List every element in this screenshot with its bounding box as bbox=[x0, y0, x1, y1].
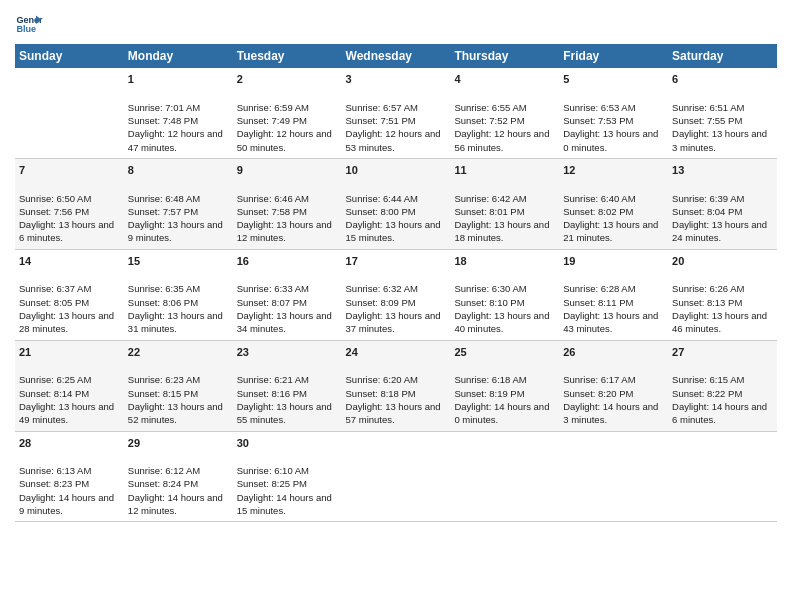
svg-text:Blue: Blue bbox=[16, 24, 36, 34]
weekday-header-thursday: Thursday bbox=[450, 44, 559, 68]
calendar-cell-w3-d6: 27Sunrise: 6:15 AMSunset: 8:22 PMDayligh… bbox=[668, 340, 777, 431]
calendar-cell-w4-d4 bbox=[450, 431, 559, 522]
calendar-cell-w4-d1: 29Sunrise: 6:12 AMSunset: 8:24 PMDayligh… bbox=[124, 431, 233, 522]
calendar-cell-w2-d5: 19Sunrise: 6:28 AMSunset: 8:11 PMDayligh… bbox=[559, 249, 668, 340]
calendar-week-1: 7Sunrise: 6:50 AMSunset: 7:56 PMDaylight… bbox=[15, 158, 777, 249]
day-number: 10 bbox=[346, 163, 447, 178]
calendar-table: SundayMondayTuesdayWednesdayThursdayFrid… bbox=[15, 44, 777, 522]
day-number: 28 bbox=[19, 436, 120, 451]
calendar-cell-w0-d1: 1Sunrise: 7:01 AMSunset: 7:48 PMDaylight… bbox=[124, 68, 233, 158]
calendar-cell-w2-d3: 17Sunrise: 6:32 AMSunset: 8:09 PMDayligh… bbox=[342, 249, 451, 340]
calendar-cell-w1-d6: 13Sunrise: 6:39 AMSunset: 8:04 PMDayligh… bbox=[668, 158, 777, 249]
calendar-cell-w1-d2: 9Sunrise: 6:46 AMSunset: 7:58 PMDaylight… bbox=[233, 158, 342, 249]
day-number: 27 bbox=[672, 345, 773, 360]
calendar-cell-w1-d3: 10Sunrise: 6:44 AMSunset: 8:00 PMDayligh… bbox=[342, 158, 451, 249]
day-number: 4 bbox=[454, 72, 555, 87]
calendar-cell-w2-d1: 15Sunrise: 6:35 AMSunset: 8:06 PMDayligh… bbox=[124, 249, 233, 340]
calendar-cell-w4-d5 bbox=[559, 431, 668, 522]
day-number: 6 bbox=[672, 72, 773, 87]
day-number: 15 bbox=[128, 254, 229, 269]
day-number: 1 bbox=[128, 72, 229, 87]
calendar-cell-w2-d2: 16Sunrise: 6:33 AMSunset: 8:07 PMDayligh… bbox=[233, 249, 342, 340]
day-number: 23 bbox=[237, 345, 338, 360]
day-number: 19 bbox=[563, 254, 664, 269]
calendar-cell-w3-d2: 23Sunrise: 6:21 AMSunset: 8:16 PMDayligh… bbox=[233, 340, 342, 431]
calendar-cell-w0-d2: 2Sunrise: 6:59 AMSunset: 7:49 PMDaylight… bbox=[233, 68, 342, 158]
day-number: 18 bbox=[454, 254, 555, 269]
calendar-cell-w4-d2: 30Sunrise: 6:10 AMSunset: 8:25 PMDayligh… bbox=[233, 431, 342, 522]
day-number: 8 bbox=[128, 163, 229, 178]
day-number: 11 bbox=[454, 163, 555, 178]
day-number: 29 bbox=[128, 436, 229, 451]
calendar-cell-w0-d3: 3Sunrise: 6:57 AMSunset: 7:51 PMDaylight… bbox=[342, 68, 451, 158]
calendar-cell-w2-d6: 20Sunrise: 6:26 AMSunset: 8:13 PMDayligh… bbox=[668, 249, 777, 340]
calendar-cell-w1-d1: 8Sunrise: 6:48 AMSunset: 7:57 PMDaylight… bbox=[124, 158, 233, 249]
weekday-header-saturday: Saturday bbox=[668, 44, 777, 68]
day-number: 2 bbox=[237, 72, 338, 87]
page-container: General Blue SundayMondayTuesdayWednesda… bbox=[0, 0, 792, 532]
calendar-cell-w0-d0 bbox=[15, 68, 124, 158]
header: General Blue bbox=[15, 10, 777, 38]
calendar-cell-w2-d4: 18Sunrise: 6:30 AMSunset: 8:10 PMDayligh… bbox=[450, 249, 559, 340]
calendar-cell-w2-d0: 14Sunrise: 6:37 AMSunset: 8:05 PMDayligh… bbox=[15, 249, 124, 340]
calendar-cell-w1-d0: 7Sunrise: 6:50 AMSunset: 7:56 PMDaylight… bbox=[15, 158, 124, 249]
day-number: 12 bbox=[563, 163, 664, 178]
calendar-cell-w4-d3 bbox=[342, 431, 451, 522]
day-number: 20 bbox=[672, 254, 773, 269]
weekday-header-monday: Monday bbox=[124, 44, 233, 68]
day-number: 21 bbox=[19, 345, 120, 360]
logo-icon: General Blue bbox=[15, 10, 43, 38]
day-number: 3 bbox=[346, 72, 447, 87]
calendar-week-0: 1Sunrise: 7:01 AMSunset: 7:48 PMDaylight… bbox=[15, 68, 777, 158]
day-number: 24 bbox=[346, 345, 447, 360]
day-number: 17 bbox=[346, 254, 447, 269]
logo: General Blue bbox=[15, 10, 43, 38]
day-number: 9 bbox=[237, 163, 338, 178]
calendar-week-4: 28Sunrise: 6:13 AMSunset: 8:23 PMDayligh… bbox=[15, 431, 777, 522]
day-number: 5 bbox=[563, 72, 664, 87]
day-number: 16 bbox=[237, 254, 338, 269]
weekday-header-wednesday: Wednesday bbox=[342, 44, 451, 68]
calendar-cell-w3-d0: 21Sunrise: 6:25 AMSunset: 8:14 PMDayligh… bbox=[15, 340, 124, 431]
day-number: 26 bbox=[563, 345, 664, 360]
calendar-cell-w4-d0: 28Sunrise: 6:13 AMSunset: 8:23 PMDayligh… bbox=[15, 431, 124, 522]
weekday-header-tuesday: Tuesday bbox=[233, 44, 342, 68]
day-number: 22 bbox=[128, 345, 229, 360]
day-number: 25 bbox=[454, 345, 555, 360]
calendar-cell-w1-d4: 11Sunrise: 6:42 AMSunset: 8:01 PMDayligh… bbox=[450, 158, 559, 249]
calendar-cell-w0-d5: 5Sunrise: 6:53 AMSunset: 7:53 PMDaylight… bbox=[559, 68, 668, 158]
weekday-header-sunday: Sunday bbox=[15, 44, 124, 68]
weekday-header-row: SundayMondayTuesdayWednesdayThursdayFrid… bbox=[15, 44, 777, 68]
calendar-cell-w0-d4: 4Sunrise: 6:55 AMSunset: 7:52 PMDaylight… bbox=[450, 68, 559, 158]
day-number: 7 bbox=[19, 163, 120, 178]
calendar-cell-w3-d4: 25Sunrise: 6:18 AMSunset: 8:19 PMDayligh… bbox=[450, 340, 559, 431]
day-number: 13 bbox=[672, 163, 773, 178]
calendar-cell-w1-d5: 12Sunrise: 6:40 AMSunset: 8:02 PMDayligh… bbox=[559, 158, 668, 249]
calendar-cell-w3-d5: 26Sunrise: 6:17 AMSunset: 8:20 PMDayligh… bbox=[559, 340, 668, 431]
day-number: 14 bbox=[19, 254, 120, 269]
calendar-cell-w4-d6 bbox=[668, 431, 777, 522]
calendar-cell-w3-d1: 22Sunrise: 6:23 AMSunset: 8:15 PMDayligh… bbox=[124, 340, 233, 431]
calendar-cell-w3-d3: 24Sunrise: 6:20 AMSunset: 8:18 PMDayligh… bbox=[342, 340, 451, 431]
calendar-week-3: 21Sunrise: 6:25 AMSunset: 8:14 PMDayligh… bbox=[15, 340, 777, 431]
day-number: 30 bbox=[237, 436, 338, 451]
calendar-cell-w0-d6: 6Sunrise: 6:51 AMSunset: 7:55 PMDaylight… bbox=[668, 68, 777, 158]
weekday-header-friday: Friday bbox=[559, 44, 668, 68]
calendar-week-2: 14Sunrise: 6:37 AMSunset: 8:05 PMDayligh… bbox=[15, 249, 777, 340]
